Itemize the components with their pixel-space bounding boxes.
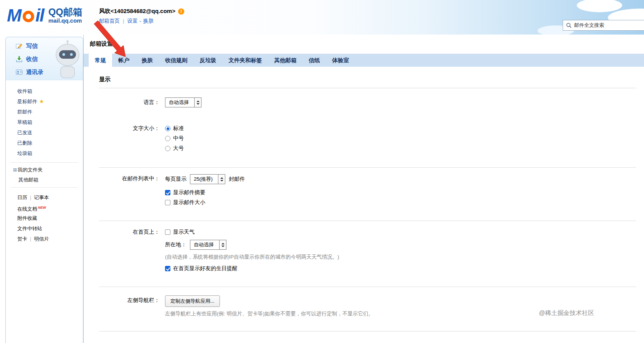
- fulltext-search-box[interactable]: 邮件全文搜索: [563, 20, 644, 31]
- per-page-line: 每页显示 25(推荐) 封邮件: [165, 174, 245, 185]
- online-docs-link[interactable]: 在线文档: [17, 206, 37, 212]
- sidebar-divider: [10, 162, 78, 163]
- info-warning-icon[interactable]: !: [178, 8, 184, 15]
- tab-mail-rules[interactable]: 收信规则: [159, 54, 193, 67]
- select-spinner-icon[interactable]: [218, 175, 225, 184]
- new-badge: NEW: [38, 206, 46, 209]
- qqmail-logo[interactable]: M il QQ邮箱 mail.qq.com: [7, 5, 83, 25]
- folder-label: 草稿箱: [17, 119, 32, 125]
- tab-account[interactable]: 帐户: [112, 54, 135, 67]
- account-name-email: 风吹<1402584682@qq.com>: [99, 8, 175, 15]
- nav-skin-link[interactable]: 换肤: [143, 18, 154, 24]
- tab-other-mailbox[interactable]: 其他邮箱: [268, 54, 303, 67]
- tools-separator: |: [27, 195, 34, 200]
- select-spinner-icon[interactable]: [219, 240, 226, 249]
- show-weather-label: 显示天气: [173, 229, 195, 236]
- main-panel: 邮箱设置 常规 帐户 换肤 收信规则 反垃圾 文件夹和标签 其他邮箱 信纸 体验…: [83, 35, 644, 343]
- folder-list: 收件箱 星标邮件★ 群邮件 草稿箱 已发送 已删除 垃圾箱: [6, 80, 83, 160]
- notes-link[interactable]: 记事本: [34, 195, 49, 200]
- row-divider: [99, 167, 636, 168]
- radio-standard[interactable]: [165, 126, 170, 131]
- tab-lab[interactable]: 体验室: [326, 54, 355, 67]
- folder-sent[interactable]: 已发送: [6, 127, 83, 138]
- my-folders-label: 我的文件夹: [18, 167, 43, 173]
- greeting-card-link[interactable]: 贺卡: [17, 236, 27, 242]
- text-size-option-large[interactable]: 大号: [165, 143, 184, 153]
- sidebar-actions: 写信 收信 通讯录: [6, 37, 83, 80]
- nav-dash: -: [138, 18, 144, 24]
- text-size-label: 文字大小：: [99, 124, 165, 132]
- folder-inbox[interactable]: 收件箱: [6, 86, 83, 96]
- radio-medium[interactable]: [165, 136, 170, 141]
- row-divider: [99, 221, 636, 221]
- folder-label: 垃圾箱: [17, 150, 32, 156]
- location-select[interactable]: 自动选择: [190, 240, 226, 250]
- customize-left-nav-button[interactable]: 定制左侧导航应用...: [165, 295, 220, 307]
- tab-folders-labels[interactable]: 文件夹和标签: [223, 54, 268, 67]
- per-page-prefix: 每页显示: [165, 176, 187, 183]
- my-folders-group[interactable]: ⊞我的文件夹: [6, 165, 83, 175]
- birthday-reminder-option[interactable]: 在首页显示好友的生日提醒: [165, 264, 339, 274]
- show-summary-label: 显示邮件摘要: [173, 189, 205, 196]
- header-nav: 邮箱首页|设置-换肤: [99, 18, 154, 25]
- text-size-option-standard[interactable]: 标准: [165, 124, 184, 134]
- postcard-link[interactable]: 明信片: [34, 236, 49, 242]
- file-transfer-link[interactable]: 文件中转站: [17, 226, 42, 231]
- tools-row-transfer: 文件中转站: [6, 223, 83, 234]
- show-size-option[interactable]: 显示邮件大小: [165, 198, 245, 208]
- section-divider: [99, 88, 636, 88]
- birthday-reminder-checkbox[interactable]: [165, 266, 170, 271]
- tools-row-cards: 贺卡|明信片: [6, 234, 83, 244]
- language-select[interactable]: 自动选择: [165, 97, 201, 107]
- receive-mail-button[interactable]: 收信: [6, 53, 83, 66]
- select-spinner-icon[interactable]: [194, 98, 201, 107]
- per-page-select-value: 25(推荐): [190, 176, 218, 183]
- calendar-link[interactable]: 日历: [17, 195, 27, 200]
- logo-mail-word: M il: [7, 5, 44, 25]
- expand-plus-icon[interactable]: ⊞: [13, 167, 17, 173]
- tab-stationery[interactable]: 信纸: [303, 54, 326, 67]
- mail-list-row: 在邮件列表中： 每页显示 25(推荐) 封邮件 显示邮件摘要 显示邮件大小: [99, 174, 636, 208]
- sidebar: 写信 收信 通讯录 收件箱 星标邮件★ 群邮件 草稿箱 已发送: [5, 37, 83, 343]
- folder-drafts[interactable]: 草稿箱: [6, 117, 83, 127]
- folder-label: 星标邮件: [17, 99, 37, 104]
- text-size-option-medium[interactable]: 中号: [165, 134, 184, 143]
- folder-starred[interactable]: 星标邮件★: [6, 96, 83, 107]
- nav-mail-home-link[interactable]: 邮箱首页: [99, 18, 120, 24]
- sidebar-tools: 日历|记事本 在线文档NEW 附件收藏 文件中转站 贺卡|明信片: [6, 190, 83, 246]
- logo-product-name: QQ邮箱: [48, 7, 83, 17]
- contacts-button[interactable]: 通讯录: [6, 66, 83, 79]
- homepage-row: 在首页上： 显示天气 所在地： 自动选择 (自动选择，系统将根据你的IP自动显示…: [99, 227, 636, 274]
- radio-large[interactable]: [165, 146, 170, 151]
- folder-label: 已发送: [17, 130, 32, 135]
- folder-deleted[interactable]: 已删除: [6, 138, 83, 148]
- other-mailbox-group[interactable]: 其他邮箱: [6, 175, 83, 185]
- radio-medium-label: 中号: [173, 135, 184, 142]
- location-label: 所在地：: [165, 241, 187, 248]
- weather-note: (自动选择，系统将根据你的IP自动显示你所在的城市的今明两天天气情况。): [165, 254, 339, 261]
- account-identity: 风吹<1402584682@qq.com> !: [99, 8, 184, 15]
- compose-mail-button[interactable]: 写信: [6, 40, 83, 53]
- tab-skin[interactable]: 换肤: [135, 54, 159, 67]
- homepage-label: 在首页上：: [99, 227, 165, 236]
- row-divider: [99, 331, 636, 331]
- language-row: 语言： 自动选择: [99, 97, 636, 107]
- show-size-checkbox[interactable]: [165, 200, 170, 205]
- show-summary-option[interactable]: 显示邮件摘要: [165, 188, 245, 198]
- nav-settings-link[interactable]: 设置: [127, 18, 138, 24]
- settings-tabs: 常规 帐户 换肤 收信规则 反垃圾 文件夹和标签 其他邮箱 信纸 体验室: [84, 54, 644, 67]
- folder-spam[interactable]: 垃圾箱: [6, 148, 83, 158]
- show-weather-checkbox[interactable]: [165, 229, 170, 235]
- show-weather-option[interactable]: 显示天气: [165, 227, 339, 237]
- folder-group-mail[interactable]: 群邮件: [6, 107, 83, 117]
- tab-general[interactable]: 常规: [89, 54, 112, 67]
- contacts-label: 通讯录: [26, 69, 43, 76]
- tools-row-attachments: 附件收藏: [6, 213, 83, 223]
- other-mailbox-label: 其他邮箱: [18, 177, 38, 183]
- receive-label: 收信: [26, 56, 38, 63]
- per-page-suffix: 封邮件: [229, 176, 245, 183]
- per-page-select[interactable]: 25(推荐): [190, 174, 225, 184]
- tab-antispam[interactable]: 反垃圾: [193, 54, 223, 67]
- show-summary-checkbox[interactable]: [165, 190, 170, 195]
- attachment-favorites-link[interactable]: 附件收藏: [17, 215, 37, 221]
